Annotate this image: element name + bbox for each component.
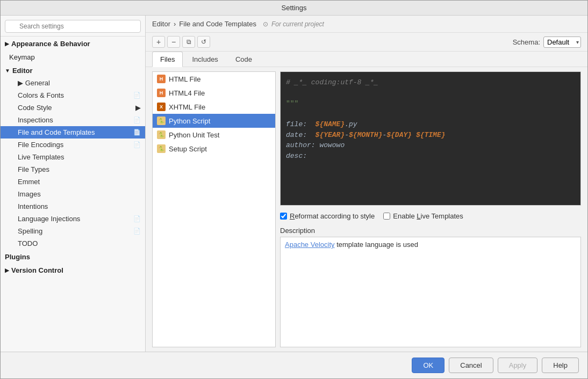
cancel-button[interactable]: Cancel xyxy=(449,358,493,373)
file-name-setup: Setup Script xyxy=(169,145,207,153)
toolbar: + − ⧉ ↺ Schema: Defau xyxy=(146,33,587,52)
content-area: 🔍 ▶ Appearance & Behavior Keymap ▼ Edito… xyxy=(1,16,587,352)
toolbar-actions: + − ⧉ ↺ xyxy=(152,36,210,48)
sidebar-item-editor[interactable]: ▼ Editor xyxy=(1,63,145,77)
file-icon-html: H xyxy=(157,75,166,83)
code-line-4 xyxy=(286,109,575,120)
description-section: Description Apache Velocity template lan… xyxy=(280,227,581,347)
tab-code-label: Code xyxy=(235,55,252,63)
sidebar-item-images[interactable]: Images xyxy=(1,188,145,200)
reformat-label[interactable]: Reformat according to style xyxy=(280,212,375,220)
page-icon-templates: 📄 xyxy=(133,129,141,136)
sidebar-item-file-encodings[interactable]: File Encodings 📄 xyxy=(1,139,145,151)
code-name-var: ${NAME} xyxy=(315,120,345,128)
remove-template-button[interactable]: − xyxy=(167,36,180,48)
code-area: # _*_ coding:utf-8 _*_ """ file: ${NAME}… xyxy=(280,71,581,347)
file-name-python-test: Python Unit Test xyxy=(169,131,219,139)
file-item-html4[interactable]: H HTML4 File xyxy=(153,86,275,100)
reformat-checkbox[interactable] xyxy=(280,213,287,220)
plus-icon: + xyxy=(156,38,161,46)
tab-includes-label: Includes xyxy=(192,55,218,63)
code-py-ext: .py xyxy=(345,120,357,128)
sidebar-label-keymap: Keymap xyxy=(9,53,35,61)
tab-files[interactable]: Files xyxy=(152,52,183,67)
ok-button[interactable]: OK xyxy=(412,358,444,373)
code-line-5: file: ${NAME}.py xyxy=(286,119,575,130)
file-icon-python: 🐍 xyxy=(157,116,166,125)
sidebar-item-todo[interactable]: TODO xyxy=(1,237,145,250)
arrow-icon-code-style: ▶ xyxy=(135,104,141,112)
arrow-icon-editor: ▼ xyxy=(5,68,10,74)
breadcrumb: Editor › File and Code Templates ⊙ For c… xyxy=(146,16,587,33)
code-editor[interactable]: # _*_ coding:utf-8 _*_ """ file: ${NAME}… xyxy=(280,71,581,206)
sidebar-item-keymap[interactable]: Keymap xyxy=(1,50,145,63)
window-title: Settings xyxy=(282,4,307,12)
sidebar-item-colors-fonts[interactable]: Colors & Fonts 📄 xyxy=(1,89,145,101)
schema-select[interactable]: Default xyxy=(543,37,581,48)
search-input[interactable] xyxy=(5,20,141,33)
add-template-button[interactable]: + xyxy=(152,36,165,48)
code-line-6: date: ${YEAR}-${MONTH}-${DAY} ${TIME} xyxy=(286,130,575,141)
sidebar: 🔍 ▶ Appearance & Behavior Keymap ▼ Edito… xyxy=(1,16,146,352)
file-item-setup[interactable]: 🐍 Setup Script xyxy=(153,142,275,156)
file-item-python-test[interactable]: 🐍 Python Unit Test xyxy=(153,128,275,142)
page-icon-inspections: 📄 xyxy=(133,116,141,123)
sidebar-item-intentions[interactable]: Intentions xyxy=(1,200,145,213)
project-icon: ⊙ xyxy=(263,20,268,28)
description-link[interactable]: Apache Velocity xyxy=(285,240,335,249)
apply-button[interactable]: Apply xyxy=(498,358,538,373)
sidebar-item-emmet[interactable]: Emmet xyxy=(1,176,145,188)
reset-template-button[interactable]: ↺ xyxy=(197,36,210,48)
file-item-xhtml[interactable]: X XHTML File xyxy=(153,100,275,114)
file-icon-html4: H xyxy=(157,89,166,97)
help-button[interactable]: Help xyxy=(542,358,579,373)
project-label: For current project xyxy=(271,20,324,28)
sidebar-item-general[interactable]: ▶ General xyxy=(1,77,145,89)
options-bar: Reformat according to style Enable Live … xyxy=(280,210,581,222)
sidebar-item-version-control[interactable]: ▶ Version Control xyxy=(1,263,145,276)
sidebar-item-inspections[interactable]: Inspections 📄 xyxy=(1,114,145,126)
breadcrumb-current: File and Code Templates xyxy=(179,20,256,28)
code-line-8: desc: xyxy=(286,151,575,162)
tab-includes[interactable]: Includes xyxy=(184,52,226,67)
sidebar-item-file-code-templates[interactable]: File and Code Templates 📄 xyxy=(1,126,145,139)
code-line-1: # _*_ coding:utf-8 _*_ xyxy=(286,77,575,88)
file-icon-py-test: 🐍 xyxy=(157,130,166,139)
description-label: Description xyxy=(280,227,581,235)
tab-code[interactable]: Code xyxy=(227,52,260,67)
label-spelling: Spelling xyxy=(18,227,42,235)
live-templates-checkbox[interactable] xyxy=(383,213,390,220)
page-icon-spelling: 📄 xyxy=(133,228,141,235)
sidebar-item-file-types[interactable]: File Types xyxy=(1,163,145,176)
sidebar-item-plugins[interactable]: Plugins xyxy=(1,250,145,263)
copy-template-button[interactable]: ⧉ xyxy=(182,36,195,48)
live-templates-label[interactable]: Enable Live Templates xyxy=(383,212,463,220)
sidebar-item-language-injections[interactable]: Language Injections 📄 xyxy=(1,213,145,225)
tab-files-label: Files xyxy=(160,55,175,63)
schema-label: Schema: xyxy=(513,38,540,46)
label-inspections: Inspections xyxy=(18,116,53,124)
sidebar-label-version-control: Version Control xyxy=(11,266,63,274)
sidebar-item-appearance[interactable]: ▶ Appearance & Behavior xyxy=(1,37,145,50)
file-name-html: HTML File xyxy=(169,75,200,83)
title-bar: Settings xyxy=(1,1,587,16)
file-item-html[interactable]: H HTML File xyxy=(153,72,275,86)
minus-icon: − xyxy=(171,38,176,46)
sidebar-item-spelling[interactable]: Spelling 📄 xyxy=(1,225,145,237)
description-box[interactable]: Apache Velocity template language is use… xyxy=(280,237,581,347)
main-panel: Editor › File and Code Templates ⊙ For c… xyxy=(146,16,587,352)
label-colors-fonts: Colors & Fonts xyxy=(18,91,64,99)
label-language-injections: Language Injections xyxy=(18,215,80,223)
code-file-label: file: xyxy=(286,120,315,128)
file-list-panel: H HTML File H HTML4 File X XHTML File 🐍 … xyxy=(152,71,276,347)
description-rest: template language is used xyxy=(335,240,418,249)
sidebar-label-plugins: Plugins xyxy=(5,253,30,261)
apply-label: Apply xyxy=(509,361,527,369)
sidebar-item-live-templates[interactable]: Live Templates xyxy=(1,151,145,163)
schema-area: Schema: Default xyxy=(513,37,581,48)
sidebar-item-code-style[interactable]: Code Style ▶ xyxy=(1,101,145,114)
arrow-icon: ▶ xyxy=(5,41,9,47)
panels: H HTML File H HTML4 File X XHTML File 🐍 … xyxy=(146,67,587,352)
file-item-python[interactable]: 🐍 Python Script xyxy=(153,114,275,128)
file-name-xhtml: XHTML File xyxy=(169,103,205,111)
